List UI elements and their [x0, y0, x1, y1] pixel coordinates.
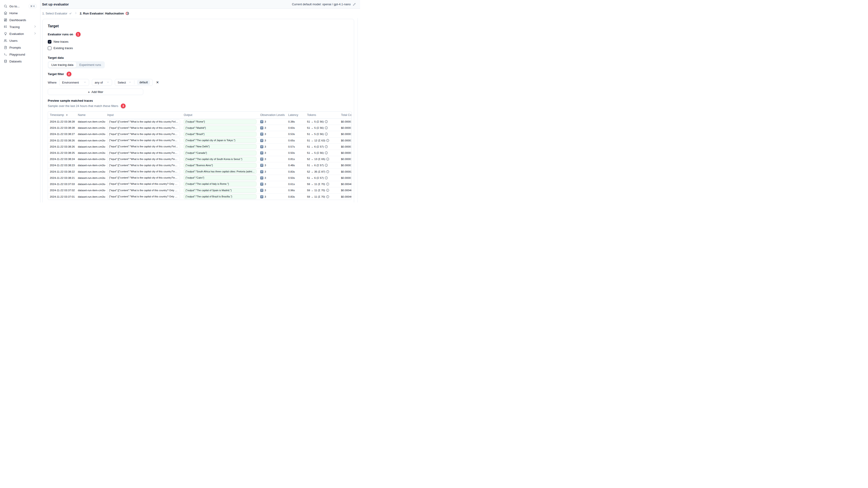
existing-traces-checkbox[interactable] [48, 46, 52, 50]
divider [134, 80, 134, 85]
name-cell: dataset-run-item-cm3s4 [76, 132, 105, 136]
filter-column-value: Environment [62, 81, 79, 84]
filter-operator-select[interactable]: any of [92, 79, 112, 86]
info-emoji-icon: i [260, 170, 264, 173]
tab-live-tracing-data[interactable]: Live tracing data [49, 62, 76, 68]
table-row[interactable]: 2024-11-22 03:38:28dataset-run-item-cm3s… [48, 125, 351, 131]
edit-pencil-icon[interactable] [353, 3, 356, 6]
observation-levels-cell: i3 [258, 183, 286, 186]
info-circle-icon: i [326, 139, 329, 142]
name-cell: dataset-run-item-cm3s4 [76, 126, 105, 129]
add-filter-label: Add filter [91, 90, 103, 94]
new-traces-checkbox[interactable] [48, 40, 52, 43]
latency-cell: 0.50s [286, 176, 305, 180]
plus-icon: + [88, 90, 90, 94]
new-traces-option: New traces [48, 39, 351, 44]
tokens-cell: 59 → 11 (Σ 70)i [305, 183, 339, 186]
goto-kbd-shortcut: ⌘ K [29, 4, 36, 8]
column-header-label: Output [184, 113, 192, 117]
sidebar-item-home[interactable]: Home [2, 10, 38, 17]
column-header-latency: Latency [286, 113, 305, 117]
new-traces-label: New traces [54, 40, 68, 43]
name-cell: dataset-run-item-cm3s4 [76, 120, 105, 123]
info-circle-icon: i [325, 176, 328, 179]
step-badge-3: 3 [121, 103, 126, 108]
info-circle-icon: i [326, 189, 329, 192]
table-row[interactable]: 2024-11-22 03:38:26dataset-run-item-cm3s… [48, 137, 351, 144]
timestamp-cell: 2024-11-22 03:37:02 [48, 189, 76, 192]
output-cell: {"output":"Canada"} [182, 151, 258, 155]
table-row[interactable]: 2024-11-22 03:37:01dataset-run-item-cm3s… [48, 194, 351, 200]
info-circle-icon: i [326, 158, 329, 160]
sidebar-item-playground[interactable]: Playground [2, 51, 38, 58]
total-cost-cell: $0.000015i [339, 139, 351, 142]
output-json-chip: {"output":"Brazil"} [184, 132, 256, 137]
tokens-cell: 51 → 6 (Σ 57)i [305, 145, 339, 148]
output-cell: {"output":"Rome"} [182, 119, 258, 124]
sidebar-item-label: Evaluation [9, 32, 24, 36]
chevron-right-icon [33, 32, 36, 36]
table-row[interactable]: 2024-11-22 03:38:27dataset-run-item-cm3s… [48, 131, 351, 137]
where-label: Where [48, 81, 57, 84]
filter-column-select[interactable]: Environment [59, 79, 89, 86]
sidebar-item-tracing[interactable]: Tracing [2, 24, 38, 30]
table-row[interactable]: 2024-11-22 03:37:03dataset-run-item-cm3s… [48, 181, 351, 187]
input-json-chip: {"input":[{"content":"What is the capita… [107, 194, 180, 199]
table-row[interactable]: 2024-11-22 03:38:23dataset-run-item-cm3s… [48, 162, 351, 168]
output-json-chip: {"output":"Madrid"} [184, 126, 256, 130]
remove-filter-button[interactable]: ✕ [155, 80, 159, 85]
input-cell: {"input":[{"content":"What is the capita… [105, 132, 182, 137]
latency-cell: 0.83s [286, 195, 305, 198]
filter-selected-value-chip: default [137, 80, 150, 85]
table-row[interactable]: 2024-11-22 03:38:21dataset-run-item-cm3s… [48, 175, 351, 181]
input-json-chip: {"input":[{"content":"What is the capita… [107, 132, 180, 137]
total-cost-cell: $0.000011i [339, 151, 351, 155]
input-cell: {"input":[{"content":"What is the capita… [105, 163, 182, 168]
timestamp-cell: 2024-11-22 03:38:25 [48, 151, 76, 155]
table-row[interactable]: 2024-11-22 03:37:02dataset-run-item-cm3s… [48, 187, 351, 194]
observation-levels-cell: i3 [258, 151, 286, 155]
default-model-info: Current default model: openai / gpt-4.1-… [292, 2, 356, 6]
info-emoji-icon: i [260, 120, 264, 123]
sidebar-item-dashboards[interactable]: Dashboards [2, 17, 38, 24]
sidebar-item-prompts[interactable]: Prompts [2, 44, 38, 51]
step-badge-2: 2 [67, 72, 71, 76]
breadcrumb-step1[interactable]: 1. Select Evaluator [42, 12, 72, 15]
output-cell: {"output":"Cairo"} [182, 175, 258, 180]
goto-search[interactable]: Go to... ⌘ K [2, 3, 38, 10]
latency-cell: 0.61s [286, 183, 305, 186]
table-row[interactable]: 2024-11-22 03:38:22dataset-run-item-cm3s… [48, 169, 351, 175]
table-row[interactable]: 2024-11-22 03:38:25dataset-run-item-cm3s… [48, 150, 351, 156]
tokens-cell: 59 → 11 (Σ 70)i [305, 189, 339, 192]
column-header-timestamp[interactable]: Timestamp ▼ [48, 113, 76, 117]
column-header-observation-levels: Observation Levels [258, 113, 286, 117]
output-cell: {"output":"New Delhi"} [182, 144, 258, 149]
info-emoji-icon: i [260, 195, 264, 198]
observation-levels-cell: i3 [258, 145, 286, 148]
sidebar-item-users[interactable]: Users [2, 37, 38, 44]
output-cell: {"output":"The capital of Brazil is Bras… [182, 194, 258, 199]
input-cell: {"input":[{"content":"What is the capita… [105, 126, 182, 130]
input-cell: {"input":[{"content":"What is the capita… [105, 175, 182, 180]
datasets-icon [4, 60, 7, 63]
name-cell: dataset-run-item-cm3s4 [76, 151, 105, 155]
chevron-separator-icon [74, 12, 77, 15]
tab-experiment-runs[interactable]: Experiment runs [76, 62, 104, 68]
add-filter-button[interactable]: + Add filter [48, 89, 143, 95]
tokens-cell: 51 → 5 (Σ 56)i [305, 126, 339, 129]
filter-operator-value: any of [95, 81, 103, 84]
sidebar-item-datasets[interactable]: Datasets [2, 58, 38, 65]
sidebar-item-label: Playground [9, 53, 25, 56]
timestamp-cell: 2024-11-22 03:38:26 [48, 139, 76, 142]
filter-value-select[interactable]: Select default [115, 79, 153, 86]
table-row[interactable]: 2024-11-22 03:38:28dataset-run-item-cm3s… [48, 119, 351, 125]
content-area: Target Evaluator runs on 1 New traces Ex… [40, 18, 360, 202]
timestamp-cell: 2024-11-22 03:37:03 [48, 183, 76, 186]
column-header-label: Input [107, 113, 114, 117]
column-header-label: Latency [288, 113, 298, 117]
output-json-chip: {"output":"The capital of Italy is Rome.… [184, 182, 256, 186]
table-row[interactable]: 2024-11-22 03:38:24dataset-run-item-cm3s… [48, 156, 351, 162]
sidebar-item-evaluation[interactable]: Evaluation [2, 30, 38, 37]
table-row[interactable]: 2024-11-22 03:38:26dataset-run-item-cm3s… [48, 144, 351, 150]
page-scrollbar[interactable] [358, 18, 360, 202]
